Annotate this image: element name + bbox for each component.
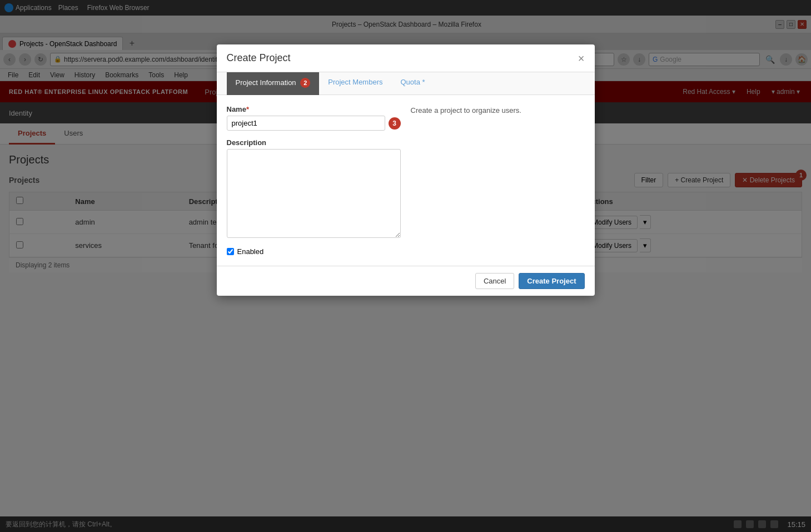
modal-header: Create Project × (217, 44, 595, 72)
project-name-input[interactable] (227, 116, 385, 131)
modal-tab-quota[interactable]: Quota * (391, 72, 434, 95)
modal-tab-info-badge: 2 (300, 78, 310, 88)
create-project-modal: Create Project × Project Information 2 P… (217, 44, 595, 296)
info-text: Create a project to organize users. (411, 105, 585, 116)
create-project-submit-button[interactable]: Create Project (519, 273, 584, 289)
enabled-label: Enabled (237, 247, 264, 256)
description-form-group: Description (227, 138, 401, 240)
modal-footer: Cancel Create Project (217, 266, 595, 296)
modal-info-panel: Create a project to organize users. (411, 105, 585, 256)
cancel-button[interactable]: Cancel (475, 273, 514, 289)
modal-tab-project-info[interactable]: Project Information 2 (227, 72, 320, 95)
modal-body: Name* 3 Description Enabled (217, 95, 595, 266)
modal-overlay: Create Project × Project Information 2 P… (0, 0, 811, 532)
modal-form: Name* 3 Description Enabled (227, 105, 401, 256)
step-badge-3: 3 (389, 117, 401, 130)
modal-tab-project-members[interactable]: Project Members (319, 72, 391, 95)
name-form-group: Name* 3 (227, 105, 401, 131)
name-label: Name* (227, 105, 401, 113)
modal-tab-info-label: Project Information (236, 78, 296, 87)
modal-tab-members-label: Project Members (328, 78, 382, 86)
modal-tabs: Project Information 2 Project Members Qu… (217, 72, 595, 95)
description-label: Description (227, 138, 401, 147)
enabled-row: Enabled (227, 247, 401, 256)
enabled-checkbox[interactable] (227, 248, 234, 255)
modal-tab-quota-label: Quota * (400, 78, 425, 86)
modal-close-button[interactable]: × (578, 53, 585, 64)
modal-title: Create Project (227, 52, 291, 64)
name-input-wrap: 3 (227, 116, 401, 131)
project-description-input[interactable] (227, 149, 401, 238)
